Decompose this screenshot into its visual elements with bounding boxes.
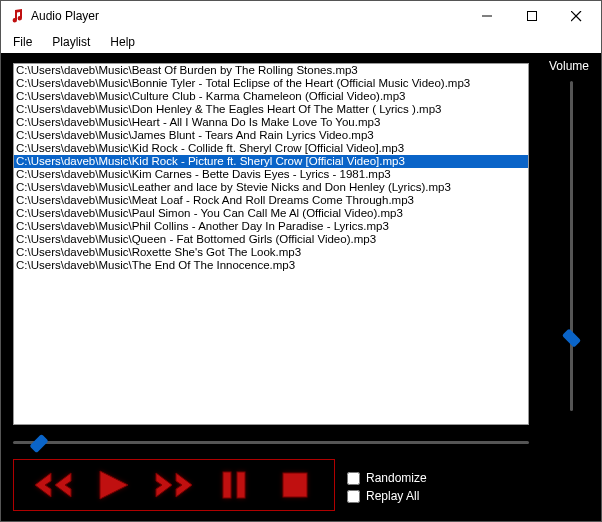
playlist-item[interactable]: C:\Users\daveb\Music\The End Of The Inno… (14, 259, 528, 272)
playlist-item[interactable]: C:\Users\daveb\Music\Queen - Fat Bottome… (14, 233, 528, 246)
playlist-item[interactable]: C:\Users\daveb\Music\James Blunt - Tears… (14, 129, 528, 142)
playlist-item[interactable]: C:\Users\daveb\Music\Paul Simon - You Ca… (14, 207, 528, 220)
menubar: File Playlist Help (1, 31, 601, 53)
playlist-item[interactable]: C:\Users\daveb\Music\Meat Loaf - Rock An… (14, 194, 528, 207)
transport-controls (13, 459, 335, 511)
close-button[interactable] (554, 2, 599, 30)
playlist-item[interactable]: C:\Users\daveb\Music\Phil Collins - Anot… (14, 220, 528, 233)
playlist-listbox[interactable]: C:\Users\daveb\Music\Beast Of Burden by … (13, 63, 529, 425)
next-button[interactable] (149, 465, 199, 505)
seek-slider[interactable] (13, 433, 529, 453)
playlist-item[interactable]: C:\Users\daveb\Music\Kid Rock - Collide … (14, 142, 528, 155)
seek-slider-thumb[interactable] (29, 434, 48, 453)
play-button[interactable] (89, 465, 139, 505)
svg-rect-6 (283, 473, 307, 497)
stop-button[interactable] (270, 465, 320, 505)
app-icon (9, 8, 25, 24)
volume-slider-track (570, 81, 573, 411)
playlist-item[interactable]: C:\Users\daveb\Music\Kid Rock - Picture … (14, 155, 528, 168)
playlist-item[interactable]: C:\Users\daveb\Music\Don Henley & The Ea… (14, 103, 528, 116)
randomize-checkbox[interactable] (347, 472, 360, 485)
playlist-item[interactable]: C:\Users\daveb\Music\Roxette She's Got T… (14, 246, 528, 259)
menu-playlist[interactable]: Playlist (46, 33, 100, 51)
playlist-item[interactable]: C:\Users\daveb\Music\Beast Of Burden by … (14, 64, 528, 77)
playlist-item[interactable]: C:\Users\daveb\Music\Kim Carnes - Bette … (14, 168, 528, 181)
replay-all-checkbox[interactable] (347, 490, 360, 503)
previous-button[interactable] (28, 465, 78, 505)
playlist-item[interactable]: C:\Users\daveb\Music\Leather and lace by… (14, 181, 528, 194)
volume-label: Volume (549, 59, 589, 73)
svg-rect-5 (237, 472, 245, 498)
replay-all-label: Replay All (366, 489, 419, 503)
seek-slider-track (13, 441, 529, 444)
playlist-item[interactable]: C:\Users\daveb\Music\Heart - All I Wanna… (14, 116, 528, 129)
playlist-item[interactable]: C:\Users\daveb\Music\Culture Club - Karm… (14, 90, 528, 103)
playlist-item[interactable]: C:\Users\daveb\Music\Bonnie Tyler - Tota… (14, 77, 528, 90)
titlebar: Audio Player (1, 1, 601, 31)
window-title: Audio Player (31, 9, 464, 23)
menu-help[interactable]: Help (104, 33, 145, 51)
menu-file[interactable]: File (7, 33, 42, 51)
minimize-button[interactable] (464, 2, 509, 30)
client-area: Volume C:\Users\daveb\Music\Beast Of Bur… (1, 53, 601, 521)
volume-slider[interactable] (561, 81, 581, 411)
maximize-button[interactable] (509, 2, 554, 30)
svg-rect-1 (527, 12, 536, 21)
randomize-label: Randomize (366, 471, 427, 485)
options-panel: Randomize Replay All (347, 467, 427, 507)
volume-slider-thumb[interactable] (562, 329, 581, 348)
pause-button[interactable] (209, 465, 259, 505)
svg-rect-4 (223, 472, 231, 498)
